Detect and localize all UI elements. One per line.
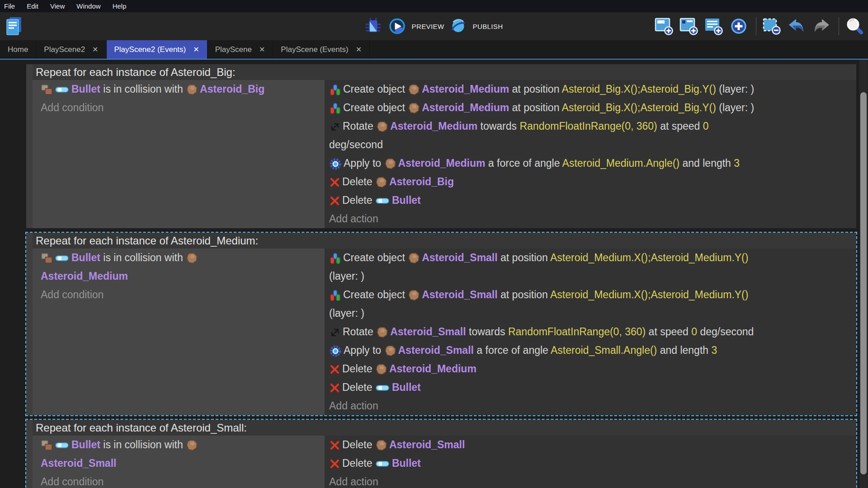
- event-grip[interactable]: [26, 64, 33, 228]
- add-condition-button[interactable]: Add condition: [41, 99, 321, 117]
- add-action-button[interactable]: Add action: [329, 397, 853, 415]
- expression: Asteroid_Small.Angle(): [551, 344, 657, 356]
- bullet-icon: [55, 249, 69, 267]
- rotate-icon: [330, 117, 340, 136]
- add-comment-icon: [704, 17, 723, 35]
- vertical-scrollbar[interactable]: [859, 60, 868, 488]
- tab-playscene[interactable]: PlayScene ✕: [208, 40, 274, 59]
- menu-view[interactable]: View: [44, 2, 71, 10]
- menu-help[interactable]: Help: [107, 2, 132, 10]
- instruction-text: Create object: [343, 83, 408, 95]
- condition-row[interactable]: Bullet is in collision with Asteroid_Med…: [41, 249, 321, 286]
- action-row[interactable]: Delete Asteroid_Small: [329, 436, 853, 454]
- action-row[interactable]: Apply to Asteroid_Medium a force of angl…: [329, 154, 853, 173]
- menu-window[interactable]: Window: [71, 2, 106, 10]
- action-row[interactable]: Rotate Asteroid_Small towards RandomFloa…: [329, 323, 853, 341]
- event-repeat-header[interactable]: Repeat for each instance of Asteroid_Big…: [33, 64, 856, 80]
- close-tab-icon[interactable]: ✕: [356, 45, 362, 54]
- expression: 3: [711, 344, 717, 356]
- action-row[interactable]: Rotate Asteroid_Medium towards RandomFlo…: [329, 117, 853, 154]
- tab-playscene-events[interactable]: PlayScene (Events) ✕: [273, 40, 370, 59]
- asteroid-icon: [408, 249, 420, 267]
- undo-button[interactable]: [788, 17, 807, 36]
- expression: 0: [691, 326, 697, 338]
- action-row[interactable]: Delete Asteroid_Medium: [329, 360, 853, 378]
- asteroid-icon: [376, 436, 387, 454]
- instruction-text: at position: [509, 102, 561, 113]
- tab-playscene2[interactable]: PlayScene2 ✕: [36, 40, 106, 59]
- add-event-dialog-button[interactable]: [730, 17, 750, 36]
- close-tab-icon[interactable]: ✕: [259, 45, 265, 54]
- action-row[interactable]: Delete Bullet: [329, 191, 853, 210]
- actions-column[interactable]: Create object Asteroid_Small at position…: [325, 249, 856, 415]
- asteroid-icon: [186, 80, 198, 99]
- add-action-button[interactable]: Add action: [329, 473, 853, 488]
- conditions-column[interactable]: Bullet is in collision with Asteroid_Big…: [33, 80, 325, 228]
- asteroid-icon: [376, 360, 387, 378]
- event-block[interactable]: Repeat for each instance of Asteroid_Med…: [25, 232, 857, 416]
- instruction-text: Rotate: [343, 326, 376, 338]
- action-row[interactable]: Apply to Asteroid_Small a force of angle…: [329, 341, 853, 360]
- create-icon: [330, 249, 341, 267]
- instruction-text: Create object: [343, 252, 408, 263]
- publish-button[interactable]: PUBLISH: [449, 18, 503, 34]
- menu-file[interactable]: File: [0, 2, 21, 10]
- add-event-button[interactable]: [655, 17, 675, 36]
- action-row[interactable]: Create object Asteroid_Medium at positio…: [329, 99, 853, 117]
- tab-playscene2-events[interactable]: PlayScene2 (Events) ✕: [107, 40, 208, 59]
- close-tab-icon[interactable]: ✕: [193, 45, 199, 54]
- instruction-text: towards: [466, 326, 508, 338]
- instruction-text: Apply to: [344, 344, 384, 356]
- object-name: Asteroid_Small: [390, 326, 466, 338]
- event-repeat-header[interactable]: Repeat for each instance of Asteroid_Sma…: [33, 420, 856, 436]
- instruction-text: (layer: ): [716, 83, 754, 95]
- add-subevent-button[interactable]: [680, 17, 700, 36]
- asteroid-icon: [186, 249, 198, 267]
- event-block[interactable]: Repeat for each instance of Asteroid_Sma…: [25, 419, 857, 488]
- tab-home[interactable]: Home: [0, 40, 36, 59]
- scrollbar-thumb[interactable]: [860, 92, 867, 474]
- action-row[interactable]: Delete Bullet: [329, 454, 853, 473]
- expression: RandomFloatInRange(0, 360): [519, 120, 657, 132]
- search-button[interactable]: [845, 17, 865, 36]
- add-condition-button[interactable]: Add condition: [41, 473, 321, 488]
- delete-icon: [330, 378, 340, 397]
- instruction-text: and length: [657, 344, 711, 356]
- close-tab-icon[interactable]: ✕: [92, 45, 98, 54]
- instruction-text: is in collision with: [100, 439, 186, 450]
- bullet-icon: [376, 191, 390, 210]
- event-block[interactable]: Repeat for each instance of Asteroid_Big…: [25, 63, 857, 229]
- asteroid-icon: [408, 286, 420, 304]
- object-name: Asteroid_Medium: [422, 102, 509, 113]
- actions-column[interactable]: Delete Asteroid_SmallDelete BulletAdd ac…: [325, 436, 856, 488]
- event-grip[interactable]: [26, 420, 33, 488]
- project-manager-button[interactable]: [5, 16, 25, 36]
- add-comment-button[interactable]: [705, 17, 725, 36]
- actions-column[interactable]: Create object Asteroid_Medium at positio…: [325, 80, 856, 228]
- expression: RandomFloatInRange(0, 360): [508, 326, 646, 338]
- action-row[interactable]: Create object Asteroid_Small at position…: [329, 249, 853, 286]
- event-grip[interactable]: [26, 233, 33, 415]
- action-row[interactable]: Create object Asteroid_Medium at positio…: [329, 80, 853, 99]
- condition-row[interactable]: Bullet is in collision with Asteroid_Sma…: [41, 436, 321, 473]
- event-repeat-header[interactable]: Repeat for each instance of Asteroid_Med…: [33, 233, 856, 249]
- action-row[interactable]: Delete Bullet: [329, 378, 853, 397]
- menu-edit[interactable]: Edit: [21, 2, 44, 10]
- add-condition-button[interactable]: Add condition: [41, 286, 321, 304]
- asteroid-icon: [376, 173, 387, 191]
- debugger-icon[interactable]: [366, 18, 381, 35]
- create-icon: [330, 80, 341, 99]
- action-row[interactable]: Delete Asteroid_Big: [329, 173, 853, 191]
- instruction-text: Create object: [343, 102, 408, 113]
- delete-icon: [330, 454, 340, 473]
- remove-event-button[interactable]: [763, 17, 783, 36]
- action-row[interactable]: Create object Asteroid_Small at position…: [329, 286, 853, 323]
- redo-button[interactable]: [812, 17, 832, 36]
- delete-icon: [330, 360, 340, 378]
- toolbar-separator: [839, 17, 839, 35]
- conditions-column[interactable]: Bullet is in collision with Asteroid_Med…: [33, 249, 325, 415]
- add-action-button[interactable]: Add action: [329, 210, 853, 228]
- preview-button[interactable]: PREVIEW: [389, 18, 444, 34]
- condition-row[interactable]: Bullet is in collision with Asteroid_Big: [41, 80, 321, 99]
- conditions-column[interactable]: Bullet is in collision with Asteroid_Sma…: [33, 436, 325, 488]
